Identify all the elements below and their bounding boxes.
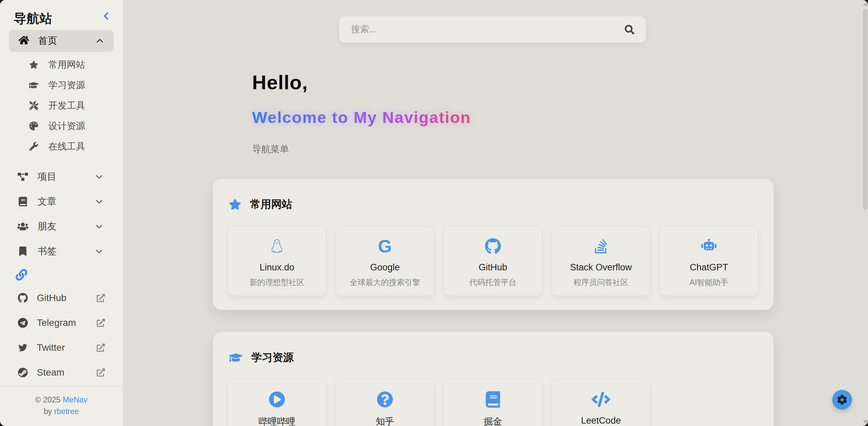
sidebar-link-label: GitHub: [37, 293, 66, 303]
card-title: 知乎: [376, 415, 394, 426]
sidebar-item-home[interactable]: 首页: [9, 30, 114, 52]
card-title: 哔哩哔哩: [259, 415, 295, 426]
chevron-left-icon: [101, 17, 111, 22]
robot-icon: [701, 238, 717, 255]
hero-greeting: Hello,: [252, 71, 471, 94]
copyright-text: © 2025: [35, 395, 61, 404]
footer-author-line: by rbetree: [0, 406, 123, 417]
sidebar-subitem-learning[interactable]: 学习资源: [0, 75, 123, 95]
app-title: 导航站: [14, 10, 52, 27]
sidebar-subitem-label: 设计资源: [48, 120, 85, 132]
section-title: 学习资源: [251, 350, 294, 365]
tools-icon: [29, 101, 39, 110]
author-link[interactable]: rbetree: [54, 407, 79, 416]
sidebar-link-label: Twitter: [37, 342, 65, 353]
sidebar-item-label: 文章: [37, 195, 57, 208]
question-circle-icon: [377, 391, 393, 408]
hero-subtitle: 导航菜单: [252, 143, 471, 155]
site-card-bilibili[interactable]: 哔哩哔哩: [228, 379, 326, 426]
sidebar-link-label: Telegram: [37, 317, 76, 328]
star-icon: [29, 60, 39, 69]
github-icon: [17, 293, 29, 303]
section-title: 常用网站: [250, 197, 292, 211]
sidebar-subitem-design[interactable]: 设计资源: [0, 116, 123, 136]
sidebar-links: GitHub Telegram Twitter Steam: [0, 285, 123, 385]
sidebar-link-github[interactable]: GitHub: [0, 285, 123, 310]
site-card-juejin[interactable]: 掘金: [444, 379, 542, 426]
card-description: 新的理想型社区: [250, 277, 305, 288]
section-header: 常用网站: [229, 197, 774, 211]
sidebar-subitem-label: 常用网站: [48, 59, 85, 71]
site-card-google[interactable]: G Google 全球最大的搜索引擎: [336, 226, 434, 296]
section-header: 学习资源: [229, 350, 774, 365]
sidebar-item-projects[interactable]: 项目: [0, 164, 123, 189]
sidebar-link-steam[interactable]: Steam: [0, 360, 123, 385]
code-icon: [591, 391, 610, 408]
card-description: 程序员问答社区: [574, 277, 629, 288]
sidebar-subitem-label: 在线工具: [48, 140, 85, 153]
card-grid: Linux.do 新的理想型社区 G Google 全球最大的搜索引擎 GitH…: [228, 226, 774, 296]
section-common-sites: 常用网站 Linux.do 新的理想型社区 G Google 全球最大的搜索引擎…: [213, 179, 774, 310]
site-card-stackoverflow[interactable]: Stack Overflow 程序员问答社区: [552, 226, 650, 296]
github-icon: [485, 238, 501, 255]
card-title: 掘金: [484, 415, 502, 426]
sidebar-item-articles[interactable]: 文章: [0, 189, 123, 214]
scrollbar-thumb[interactable]: [863, 9, 868, 210]
book-icon: [485, 391, 500, 408]
chevron-up-icon: [95, 36, 104, 45]
site-card-chatgpt[interactable]: ChatGPT AI智能助手: [660, 226, 758, 296]
card-title: LeetCode: [581, 415, 621, 426]
main-content: Hello, Welcome to My Navigation 导航菜单 常用网…: [123, 0, 868, 426]
wrench-icon: [29, 142, 39, 151]
sidebar-collapse-button[interactable]: [100, 10, 112, 22]
sidebar-subitem-online-tools[interactable]: 在线工具: [0, 136, 123, 157]
card-title: GitHub: [479, 262, 507, 273]
sidebar-link-twitter[interactable]: Twitter: [0, 335, 123, 360]
card-title: Linux.do: [260, 262, 294, 273]
home-icon: [18, 35, 29, 46]
site-card-leetcode[interactable]: LeetCode: [552, 379, 650, 426]
users-icon: [17, 222, 29, 231]
sidebar-submenu: 常用网站 学习资源 开发工具 设计资源 在线工具: [0, 52, 123, 160]
sidebar-groups: 项目 文章 朋友 书签: [0, 160, 123, 264]
scrollbar-down-arrow[interactable]: [863, 420, 868, 424]
sidebar-item-friends[interactable]: 朋友: [0, 214, 123, 239]
search-input[interactable]: [351, 24, 625, 35]
card-description: AI智能助手: [689, 277, 728, 288]
book-icon: [17, 197, 29, 206]
star-icon: [229, 199, 241, 210]
sidebar-header: 导航站: [0, 0, 123, 30]
card-description: 全球最大的搜索引擎: [350, 277, 420, 288]
sidebar-subitem-common-sites[interactable]: 常用网站: [0, 54, 123, 75]
sidebar-link-label: Steam: [37, 367, 64, 378]
card-grid: 哔哩哔哩 知乎 掘金 LeetCode: [228, 379, 774, 426]
site-card-github[interactable]: GitHub 代码托管平台: [444, 226, 542, 296]
site-card-zhihu[interactable]: 知乎: [336, 379, 434, 426]
search-bar: [339, 16, 646, 43]
sidebar: 导航站 首页 常用网站 学习资源 开发工具: [0, 0, 123, 426]
sidebar-footer: © 2025 MeNav by rbetree: [0, 386, 123, 426]
sidebar-item-label: 项目: [37, 170, 57, 183]
external-link-icon: [97, 344, 105, 352]
chevron-down-icon: [95, 172, 104, 181]
scrollbar-up-arrow[interactable]: [863, 2, 868, 6]
chevron-down-icon: [95, 222, 104, 231]
search-icon[interactable]: [625, 25, 634, 34]
site-card-linuxdo[interactable]: Linux.do 新的理想型社区: [228, 226, 326, 296]
sidebar-subitem-dev-tools[interactable]: 开发工具: [0, 95, 123, 116]
brand-link[interactable]: MeNav: [63, 395, 88, 404]
twitter-icon: [17, 343, 29, 352]
sidebar-link-telegram[interactable]: Telegram: [0, 310, 123, 335]
graduation-cap-icon: [29, 81, 39, 90]
external-link-icon: [97, 319, 105, 327]
sidebar-subitem-label: 开发工具: [48, 99, 85, 112]
links-section-marker: [0, 264, 123, 285]
steam-icon: [17, 367, 29, 378]
bookmark-icon: [17, 247, 29, 256]
palette-icon: [29, 122, 39, 130]
footer-copyright-line: © 2025 MeNav: [0, 394, 123, 406]
graduation-cap-icon: [229, 352, 243, 363]
telegram-icon: [17, 318, 29, 328]
sidebar-item-bookmarks[interactable]: 书签: [0, 239, 123, 264]
settings-button[interactable]: [832, 390, 852, 410]
